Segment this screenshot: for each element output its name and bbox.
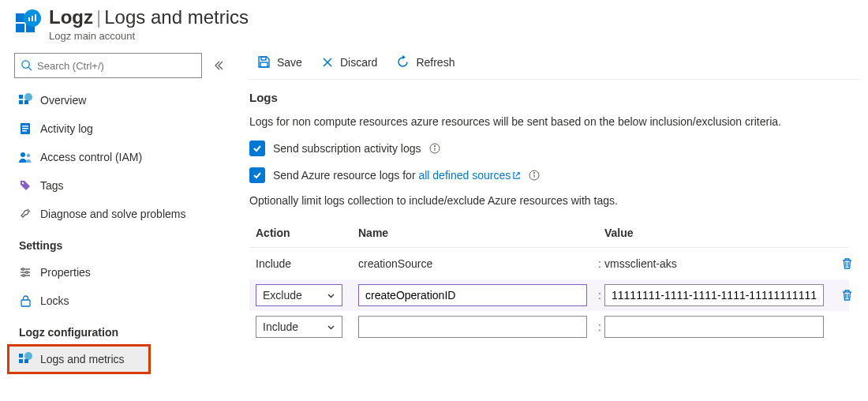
- content-pane: Save Discard Refresh Logs Logs for non c…: [238, 45, 868, 343]
- svg-point-13: [21, 152, 25, 157]
- info-icon[interactable]: [529, 170, 540, 181]
- search-input[interactable]: [14, 53, 202, 78]
- svg-rect-0: [28, 17, 30, 21]
- svg-rect-22: [21, 300, 30, 306]
- sidebar-item-access-control[interactable]: Access control (IAM): [11, 143, 238, 171]
- checkbox-label: Send Azure resource logs for all defined…: [273, 169, 521, 182]
- refresh-button[interactable]: Refresh: [388, 51, 462, 73]
- delete-row-button[interactable]: [833, 257, 860, 270]
- delete-row-button[interactable]: [833, 289, 860, 302]
- command-bar: Save Discard Refresh: [249, 45, 860, 80]
- select-value: Include: [263, 320, 298, 333]
- select-value: Exclude: [263, 289, 302, 302]
- sidebar-item-locks[interactable]: Locks: [11, 287, 238, 315]
- save-icon: [257, 55, 271, 69]
- page-header: Logz|Logs and metrics Logz main account: [0, 0, 868, 45]
- button-label: Save: [277, 56, 302, 69]
- page-subtitle: Logz main account: [49, 30, 249, 42]
- locks-icon: [18, 294, 32, 308]
- svg-point-23: [24, 352, 32, 360]
- sidebar-item-overview[interactable]: Overview: [11, 86, 238, 114]
- nav-label: Access control (IAM): [40, 151, 142, 163]
- sidebar-item-activity-log[interactable]: Activity log: [11, 114, 238, 143]
- svg-rect-11: [22, 128, 28, 129]
- svg-rect-2: [35, 14, 36, 21]
- sidebar-item-tags[interactable]: Tags: [11, 171, 238, 200]
- tag-name-input[interactable]: [358, 284, 587, 306]
- svg-point-37: [533, 172, 534, 173]
- info-icon[interactable]: [429, 143, 440, 154]
- tag-rules-table: Action Name Value Include creationSource…: [249, 218, 849, 343]
- svg-point-19: [22, 268, 24, 271]
- svg-rect-1: [32, 16, 33, 21]
- svg-rect-7: [24, 100, 28, 104]
- svg-rect-25: [24, 359, 28, 363]
- logs-section-title: Logs: [249, 91, 860, 104]
- table-row: Include :: [249, 311, 849, 343]
- button-label: Refresh: [416, 56, 455, 69]
- col-header-name: Name: [358, 227, 595, 239]
- col-header-action: Action: [256, 227, 358, 239]
- sidebar-item-logs-metrics[interactable]: Logs and metrics: [8, 345, 150, 373]
- svg-point-14: [27, 154, 31, 158]
- nav-label: Locks: [40, 294, 69, 307]
- discard-button[interactable]: Discard: [313, 51, 385, 73]
- svg-point-5: [24, 93, 32, 101]
- action-select[interactable]: Exclude: [256, 284, 342, 306]
- discard-icon: [321, 56, 334, 69]
- svg-line-34: [516, 173, 520, 177]
- sidebar-heading-logz: Logz configuration: [11, 320, 238, 343]
- nav-label: Diagnose and solve problems: [40, 208, 185, 220]
- properties-icon: [18, 265, 32, 279]
- table-header: Action Name Value: [249, 218, 849, 248]
- svg-rect-6: [19, 100, 23, 104]
- checkbox-resource-logs-row: Send Azure resource logs for all defined…: [249, 167, 860, 183]
- action-select[interactable]: Include: [256, 316, 342, 338]
- cell-name: creationSource: [358, 257, 595, 270]
- tag-value-input[interactable]: [604, 316, 824, 338]
- chevron-down-icon: [327, 323, 335, 332]
- external-link-icon: [512, 171, 521, 180]
- table-row: Exclude :: [249, 279, 849, 311]
- svg-line-4: [28, 67, 32, 70]
- sidebar-item-diagnose[interactable]: Diagnose and solve problems: [11, 200, 238, 228]
- iam-icon: [18, 150, 32, 164]
- defined-sources-link[interactable]: all defined sources: [418, 169, 521, 182]
- nav-label: Activity log: [40, 122, 93, 135]
- svg-rect-24: [19, 359, 23, 363]
- svg-point-21: [23, 275, 25, 277]
- svg-rect-10: [22, 126, 28, 127]
- svg-point-3: [22, 61, 29, 68]
- sidebar-item-properties[interactable]: Properties: [11, 258, 238, 287]
- svg-point-15: [22, 182, 24, 184]
- sidebar-heading-settings: Settings: [11, 233, 238, 257]
- svg-rect-26: [19, 354, 23, 358]
- checkbox-resource-logs[interactable]: [249, 167, 265, 183]
- chevron-down-icon: [327, 291, 335, 300]
- checkbox-subscription-logs[interactable]: [249, 141, 265, 156]
- nav-label: Tags: [40, 179, 64, 192]
- tag-name-input[interactable]: [358, 316, 587, 338]
- nav-label: Properties: [40, 266, 91, 279]
- svg-rect-12: [22, 130, 27, 132]
- save-button[interactable]: Save: [249, 51, 310, 73]
- refresh-icon: [396, 55, 410, 69]
- sidebar-search[interactable]: [14, 53, 202, 78]
- blade-title: Logs and metrics: [104, 6, 249, 28]
- diagnose-icon: [18, 207, 32, 221]
- svg-rect-27: [261, 57, 266, 60]
- tags-note: Optionally limit logs collection to incl…: [249, 194, 860, 207]
- svg-point-33: [434, 145, 435, 146]
- svg-rect-28: [260, 62, 268, 67]
- collapse-sidebar-button[interactable]: [210, 57, 227, 74]
- page-title: Logz|Logs and metrics: [49, 6, 249, 28]
- nav-label: Overview: [40, 94, 86, 107]
- tag-value-input[interactable]: [604, 284, 824, 306]
- search-icon: [21, 59, 32, 71]
- button-label: Discard: [340, 56, 377, 69]
- activity-log-icon: [18, 122, 32, 136]
- cell-action: Include: [256, 257, 358, 270]
- logs-metrics-icon: [18, 352, 32, 366]
- nav-label: Logs and metrics: [40, 353, 125, 365]
- table-row: Include creationSource : vmssclient-aks: [249, 248, 849, 279]
